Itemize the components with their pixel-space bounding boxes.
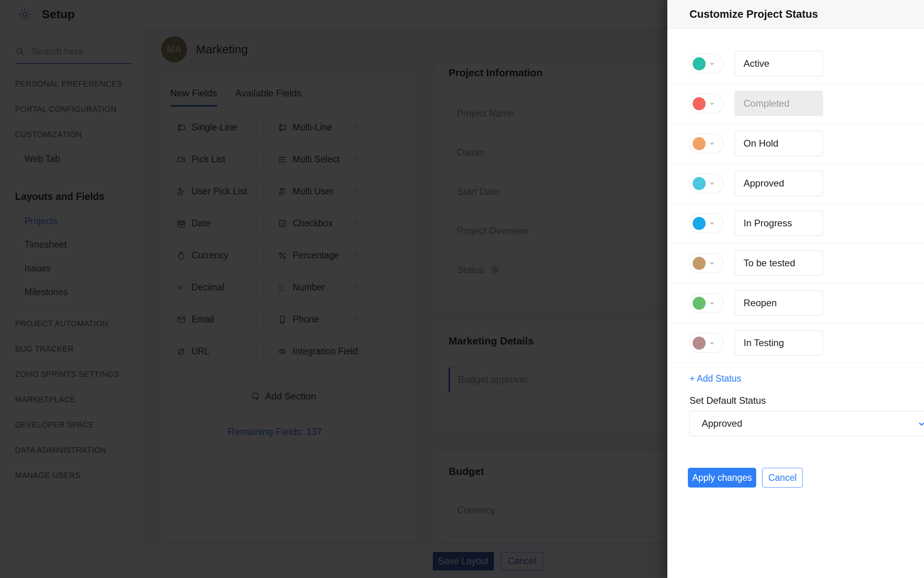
status-row [667, 203, 924, 243]
chevron-down-icon [708, 60, 716, 67]
status-name-input[interactable] [734, 171, 823, 196]
status-name-input[interactable] [734, 131, 823, 156]
set-default-status-label: Set Default Status [689, 395, 924, 406]
status-name-input[interactable] [734, 330, 823, 356]
status-list [667, 44, 924, 363]
panel-title: Customize Project Status [689, 8, 818, 21]
status-color-dropdown[interactable] [689, 333, 723, 353]
status-row [667, 283, 924, 323]
panel-cancel-button[interactable]: Cancel [762, 468, 803, 488]
status-row [667, 323, 924, 363]
status-row [667, 44, 924, 84]
status-color-dropdown[interactable] [689, 293, 723, 313]
add-status-link[interactable]: + Add Status [689, 373, 741, 384]
status-name-input[interactable] [734, 91, 823, 116]
default-status-value: Approved [702, 418, 742, 429]
status-color-dropdown[interactable] [689, 94, 723, 113]
status-color-dot [693, 57, 706, 70]
status-color-dot [693, 337, 706, 350]
status-color-dot [693, 137, 706, 150]
status-color-dot [693, 297, 706, 310]
chevron-down-icon [708, 180, 716, 187]
status-row [667, 84, 924, 124]
default-status-select[interactable]: Approved [689, 411, 924, 436]
status-name-input[interactable] [734, 51, 823, 76]
chevron-down-icon [917, 419, 924, 429]
chevron-down-icon [708, 260, 716, 267]
status-color-dot [693, 177, 706, 190]
status-color-dropdown[interactable] [689, 173, 723, 193]
chevron-down-icon [708, 140, 716, 147]
chevron-down-icon [708, 299, 716, 307]
status-color-dropdown[interactable] [689, 134, 723, 153]
status-name-input[interactable] [734, 290, 823, 316]
customize-project-status-panel: Customize Project Status [667, 0, 924, 578]
chevron-down-icon [708, 339, 716, 346]
status-row [667, 124, 924, 164]
status-color-dropdown[interactable] [689, 253, 723, 273]
status-name-input[interactable] [734, 250, 823, 276]
status-row [667, 243, 924, 283]
status-color-dropdown[interactable] [689, 54, 723, 73]
status-color-dropdown[interactable] [689, 213, 723, 233]
status-color-dot [693, 97, 706, 110]
status-color-dot [693, 257, 706, 270]
status-color-dot [693, 217, 706, 230]
panel-header: Customize Project Status [667, 0, 924, 29]
chevron-down-icon [708, 100, 716, 107]
apply-changes-button[interactable]: Apply changes [688, 468, 756, 488]
status-row [667, 164, 924, 203]
chevron-down-icon [708, 220, 716, 227]
panel-actions: Apply changes Cancel [688, 468, 924, 488]
status-name-input[interactable] [734, 211, 823, 236]
